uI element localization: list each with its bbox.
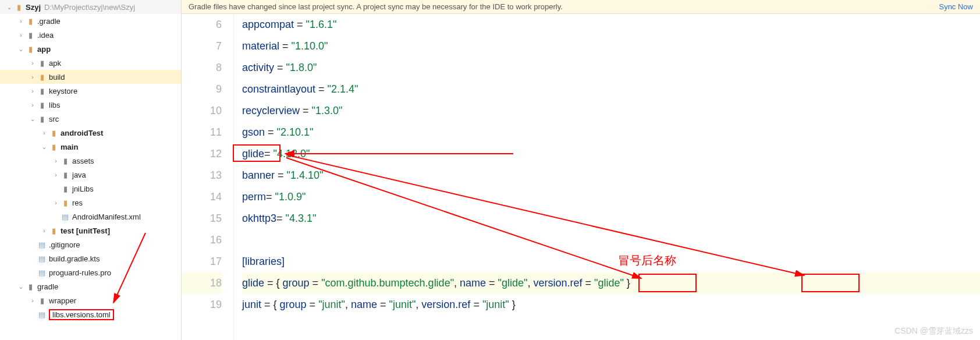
tree-item-build[interactable]: ›▮build — [0, 70, 181, 84]
chevron-icon[interactable]: › — [40, 130, 49, 136]
tree-item-apk[interactable]: ›▮apk — [0, 56, 181, 70]
chevron-icon[interactable]: ⌄ — [40, 144, 49, 150]
tree-item-gradle[interactable]: ⌄▮gradle — [0, 279, 181, 293]
code-line-11[interactable]: gson = "2.10.1" — [242, 122, 980, 143]
tree-item-main[interactable]: ⌄▮main — [0, 140, 181, 154]
tree-item-androidmanifest-xml[interactable]: ▤AndroidManifest.xml — [0, 210, 181, 224]
tree-item-keystore[interactable]: ›▮keystore — [0, 84, 181, 98]
tree-label: .idea — [37, 31, 54, 40]
tree-item-proguard-rules-pro[interactable]: ▤proguard-rules.pro — [0, 265, 181, 279]
line-number: 9 — [182, 79, 222, 100]
chevron-icon[interactable]: › — [28, 88, 37, 94]
line-number: 15 — [182, 208, 222, 229]
tree-label: keystore — [49, 87, 77, 95]
code-content[interactable]: appcompat = "1.6.1"material = "1.10.0"ac… — [234, 14, 980, 340]
code-line-9[interactable]: constraintlayout = "2.1.4" — [242, 79, 980, 100]
chevron-icon[interactable]: › — [51, 172, 61, 178]
code-area[interactable]: 678910111213141516171819 appcompat = "1.… — [182, 14, 980, 340]
tree-label: app — [37, 45, 51, 54]
tree-item-szyj[interactable]: ⌄▮SzyjD:\MyProject\szyj\new\Szyj — [0, 0, 181, 14]
tree-label: .gitignore — [49, 240, 80, 249]
line-number: 10 — [182, 100, 222, 122]
code-line-7[interactable]: material = "1.10.0" — [242, 36, 980, 57]
code-line-17[interactable]: [libraries] — [242, 251, 980, 272]
code-line-16[interactable] — [242, 229, 980, 251]
chevron-icon[interactable]: ⌄ — [16, 46, 26, 52]
folder-icon: ▮ — [61, 184, 70, 193]
folder-icon: ▮ — [61, 198, 70, 207]
line-number: 16 — [182, 229, 222, 251]
tree-label: wrapper — [49, 296, 76, 305]
chevron-icon[interactable]: › — [16, 32, 26, 38]
chevron-icon[interactable]: › — [51, 200, 61, 206]
tree-label: apk — [49, 59, 61, 68]
sync-banner: Gradle files have changed since last pro… — [182, 0, 980, 14]
folder-icon: ▮ — [37, 58, 47, 68]
tree-item-res[interactable]: ›▮res — [0, 196, 181, 210]
line-gutter: 678910111213141516171819 — [182, 14, 234, 340]
line-number: 14 — [182, 186, 222, 208]
line-number: 6 — [182, 14, 222, 36]
code-line-8[interactable]: activity = "1.8.0" — [242, 57, 980, 79]
folder-icon: ▮ — [49, 128, 58, 137]
tree-item-wrapper[interactable]: ›▮wrapper — [0, 293, 181, 307]
tree-item--gitignore[interactable]: ▤.gitignore — [0, 238, 181, 252]
tree-item-app[interactable]: ⌄▮app — [0, 42, 181, 56]
code-line-13[interactable]: banner = "1.4.10" — [242, 165, 980, 186]
chevron-icon[interactable]: › — [40, 228, 49, 234]
tree-label: src — [49, 115, 59, 123]
tree-item--idea[interactable]: ›▮.idea — [0, 28, 181, 42]
line-number: 7 — [182, 36, 222, 57]
code-line-12[interactable]: glide= "4.12.0" — [242, 143, 980, 165]
tree-label: AndroidManifest.xml — [72, 212, 141, 221]
tree-label: androidTest — [61, 129, 103, 137]
tree-item-libs[interactable]: ›▮libs — [0, 98, 181, 112]
folder-icon: ▮ — [49, 142, 58, 151]
folder-icon: ▮ — [49, 226, 58, 235]
tree-label: .gradle — [37, 17, 61, 26]
annot-label: 冒号后名称 — [618, 250, 676, 271]
tree-item-libs-versions-toml[interactable]: ▤libs.versions.toml — [0, 307, 181, 321]
folder-icon: ▮ — [26, 44, 35, 54]
chevron-icon[interactable]: › — [28, 60, 37, 66]
chevron-icon[interactable]: › — [28, 74, 37, 80]
tree-label: proguard-rules.pro — [49, 268, 111, 277]
chevron-icon[interactable]: › — [51, 158, 61, 164]
code-line-18[interactable]: glide = { group = "com.github.bumptech.g… — [242, 272, 980, 294]
tree-item-build-gradle-kts[interactable]: ▤build.gradle.kts — [0, 252, 181, 265]
tree-label: main — [61, 143, 78, 151]
folder-icon: ▮ — [37, 114, 47, 123]
code-line-10[interactable]: recyclerview = "1.3.0" — [242, 100, 980, 122]
folder-icon: ▮ — [37, 100, 47, 109]
tree-label: gradle — [37, 282, 58, 291]
tree-item-jnilibs[interactable]: ▮jniLibs — [0, 182, 181, 196]
code-line-6[interactable]: appcompat = "1.6.1" — [242, 14, 980, 36]
chevron-icon[interactable]: ⌄ — [28, 116, 37, 122]
sync-now-link[interactable]: Sync Now — [939, 2, 973, 11]
tree-item-java[interactable]: ›▮java — [0, 168, 181, 182]
code-line-14[interactable]: perm= "1.0.9" — [242, 186, 980, 208]
line-number: 19 — [182, 294, 222, 316]
folder-icon: ▮ — [26, 30, 35, 40]
tree-item-assets[interactable]: ›▮assets — [0, 154, 181, 168]
tree-label: build.gradle.kts — [49, 254, 100, 263]
tree-item-test--unittest-[interactable]: ›▮test [unitTest] — [0, 224, 181, 238]
chevron-icon[interactable]: ⌄ — [16, 284, 26, 290]
code-line-19[interactable]: junit = { group = "junit", name = "junit… — [242, 294, 980, 316]
folder-icon: ▮ — [61, 156, 70, 165]
chevron-icon[interactable]: › — [28, 102, 37, 108]
chevron-icon[interactable]: ⌄ — [5, 4, 14, 10]
chevron-icon[interactable]: › — [28, 298, 37, 304]
tree-item--gradle[interactable]: ›▮.gradle — [0, 14, 181, 28]
chevron-icon[interactable]: › — [16, 18, 26, 24]
line-number: 8 — [182, 57, 222, 79]
editor-pane: Gradle files have changed since last pro… — [182, 0, 980, 340]
tree-item-androidtest[interactable]: ›▮androidTest — [0, 126, 181, 140]
folder-icon: ▮ — [37, 296, 47, 305]
tree-label: libs.versions.toml — [49, 309, 114, 320]
folder-icon: ▮ — [37, 72, 47, 82]
watermark: CSDN @雪芽蓝域zzs — [894, 326, 973, 337]
code-line-15[interactable]: okhttp3= "4.3.1" — [242, 208, 980, 229]
tree-item-src[interactable]: ⌄▮src — [0, 112, 181, 126]
line-number: 11 — [182, 122, 222, 143]
